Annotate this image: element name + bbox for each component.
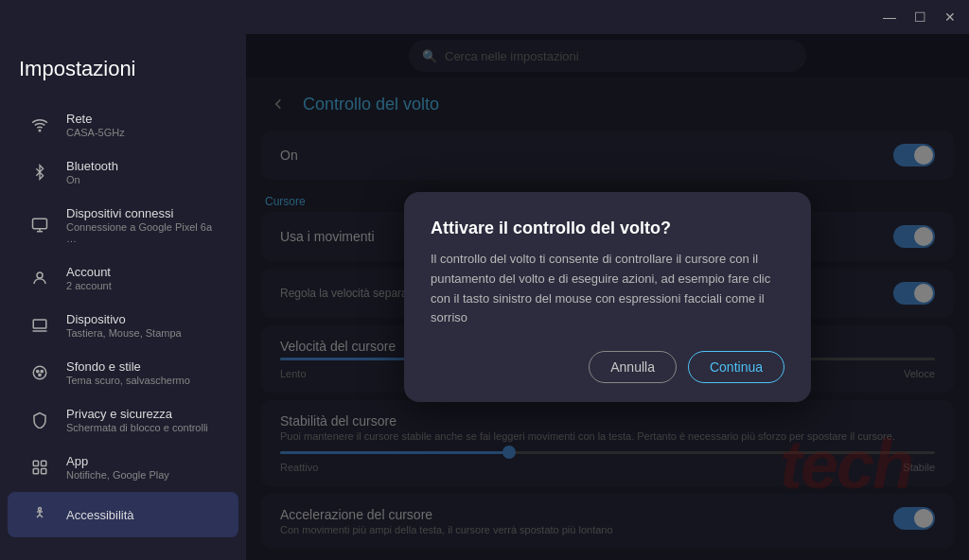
apps-icon	[26, 454, 53, 481]
sidebar-dispositivo-text: Dispositivo Tastiera, Mouse, Stampa	[66, 312, 220, 339]
modal-overlay: Attivare il controllo del volto? Il cont…	[246, 34, 969, 560]
svg-point-0	[39, 130, 41, 131]
svg-point-8	[37, 370, 39, 372]
main-content: 🔍 Controllo del volto	[246, 34, 969, 560]
svg-point-10	[39, 374, 41, 376]
sidebar-bluetooth-text: Bluetooth On	[66, 159, 220, 185]
sidebar-item-bluetooth[interactable]: Bluetooth On	[8, 149, 238, 195]
svg-rect-5	[33, 320, 46, 328]
svg-rect-13	[33, 469, 38, 474]
maximize-button[interactable]: ☐	[908, 6, 931, 28]
modal-dialog: Attivare il controllo del volto? Il cont…	[404, 192, 811, 402]
modal-actions: Annulla Continua	[431, 351, 784, 383]
accessibility-icon	[26, 501, 53, 528]
bluetooth-icon	[26, 159, 53, 185]
svg-rect-12	[42, 461, 46, 465]
wifi-icon	[26, 112, 53, 138]
sidebar-item-dispositivo[interactable]: Dispositivo Tastiera, Mouse, Stampa	[8, 303, 238, 348]
svg-point-15	[39, 508, 42, 511]
sidebar-item-sfondo[interactable]: Sfondo e stile Tema scuro, salvaschermo	[8, 350, 238, 395]
sidebar-item-dispositivi[interactable]: Dispositivi connessi Connessione a Googl…	[8, 197, 238, 254]
sidebar-dispositivi-text: Dispositivi connessi Connessione a Googl…	[66, 206, 220, 244]
titlebar: — ☐ ✕	[0, 0, 969, 34]
svg-rect-1	[33, 219, 47, 229]
sidebar-privacy-text: Privacy e sicurezza Schermata di blocco …	[66, 407, 220, 433]
devices-icon	[26, 212, 53, 238]
palette-icon	[26, 359, 53, 386]
sidebar-account-text: Account 2 account	[66, 265, 220, 291]
app-wrapper: — ☐ ✕ Impostazioni Rete	[0, 0, 969, 560]
sidebar-sfondo-text: Sfondo e stile Tema scuro, salvaschermo	[66, 359, 220, 386]
modal-body: Il controllo del volto ti consente di co…	[431, 250, 784, 328]
app-title: Impostazioni	[0, 49, 246, 100]
close-button[interactable]: ✕	[939, 6, 961, 28]
sidebar: Impostazioni Rete CASA-5GHz	[0, 34, 246, 560]
svg-rect-11	[33, 461, 38, 465]
shield-icon	[26, 407, 53, 433]
app-body: Impostazioni Rete CASA-5GHz	[0, 34, 969, 560]
svg-point-9	[41, 370, 43, 372]
cancel-button[interactable]: Annulla	[589, 351, 677, 383]
sidebar-accessibilita-text: Accessibilità	[66, 508, 220, 522]
sidebar-item-app[interactable]: App Notifiche, Google Play	[8, 445, 238, 490]
account-icon	[26, 265, 53, 291]
sidebar-item-account[interactable]: Account 2 account	[8, 255, 238, 301]
sidebar-item-accessibilita[interactable]: Accessibilità	[8, 492, 238, 537]
svg-point-7	[33, 366, 46, 379]
laptop-icon	[26, 312, 53, 339]
minimize-button[interactable]: —	[878, 6, 901, 28]
svg-rect-14	[42, 469, 46, 474]
sidebar-item-privacy[interactable]: Privacy e sicurezza Schermata di blocco …	[8, 397, 238, 443]
sidebar-app-text: App Notifiche, Google Play	[66, 454, 220, 481]
modal-title: Attivare il controllo del volto?	[431, 219, 784, 238]
continue-button[interactable]: Continua	[688, 351, 784, 383]
sidebar-rete-text: Rete CASA-5GHz	[66, 112, 220, 138]
sidebar-item-rete[interactable]: Rete CASA-5GHz	[8, 102, 238, 148]
svg-point-4	[37, 272, 43, 278]
